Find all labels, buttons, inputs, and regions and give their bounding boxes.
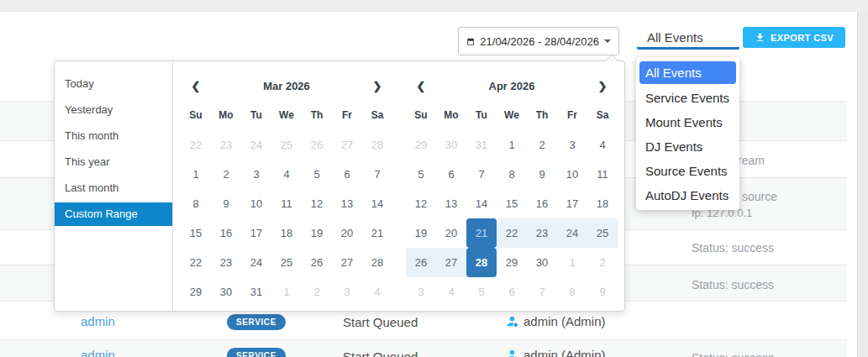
calendar-day[interactable]: 8 <box>497 160 527 189</box>
calendar-day-grid: 2930311234567891011121314151617181920212… <box>406 130 618 307</box>
calendar-day-in-range[interactable]: 25 <box>587 218 618 248</box>
event-type-select-value: All Events <box>647 30 703 45</box>
calendar-day[interactable]: 29 <box>497 248 527 277</box>
menu-item-dj-events[interactable]: DJ Events <box>636 134 739 159</box>
calendar-day[interactable]: 3 <box>241 160 271 189</box>
menu-item-service-events[interactable]: Service Events <box>636 86 739 110</box>
event-type-select[interactable]: All Events <box>637 27 739 50</box>
calendar-day[interactable]: 17 <box>557 189 587 218</box>
calendar-day[interactable]: 29 <box>181 277 211 307</box>
calendar-day[interactable]: 19 <box>302 218 332 248</box>
weekday-label: We <box>271 105 302 125</box>
menu-item-source-events[interactable]: Source Events <box>636 159 739 183</box>
calendar-day-muted: 23 <box>211 130 241 160</box>
calendar-day[interactable]: 5 <box>406 160 436 189</box>
calendar-day-grid: 2223242526272812345678910111213141516171… <box>181 130 392 307</box>
calendar-day[interactable]: 10 <box>557 160 587 189</box>
calendar-day[interactable]: 20 <box>436 218 466 248</box>
calendar-day[interactable]: 19 <box>406 218 436 248</box>
calendar-month-title: Mar 2026 <box>211 75 362 98</box>
calendar-day[interactable]: 24 <box>241 248 271 277</box>
calendar-day-muted: 24 <box>241 130 271 160</box>
calendar-day[interactable]: 23 <box>211 248 241 277</box>
calendar-day[interactable]: 1 <box>497 130 527 160</box>
range-custom-range[interactable]: Custom Range <box>55 202 172 226</box>
calendar-day[interactable]: 16 <box>527 189 557 218</box>
calendar-day[interactable]: 12 <box>406 189 436 218</box>
calendar-day-in-range[interactable]: 24 <box>557 218 587 248</box>
calendar-day[interactable]: 11 <box>271 189 302 218</box>
prev-month-icon[interactable]: ❮ <box>181 75 211 98</box>
weekday-label: Th <box>302 105 332 125</box>
menu-item-autodj-events[interactable]: AutoDJ Events <box>636 183 739 207</box>
prev-month-icon[interactable]: ❮ <box>406 75 436 98</box>
calendar-day-range-start[interactable]: 21 <box>466 218 497 248</box>
calendar-day[interactable]: 9 <box>527 160 557 189</box>
next-month-icon[interactable]: ❯ <box>362 75 392 98</box>
calendar-day[interactable]: 31 <box>241 277 271 307</box>
calendar-icon <box>466 36 475 47</box>
calendar-day[interactable]: 7 <box>362 160 392 189</box>
calendar-day[interactable]: 13 <box>436 189 466 218</box>
station-link[interactable]: admin <box>81 348 115 357</box>
calendar-day[interactable]: 30 <box>527 248 557 277</box>
calendar-day[interactable]: 26 <box>302 248 332 277</box>
calendar-day[interactable]: 1 <box>181 160 211 189</box>
menu-item-mount-events[interactable]: Mount Events <box>636 110 739 134</box>
log-status-text: Status: success <box>692 278 774 291</box>
calendar-day[interactable]: 4 <box>271 160 302 189</box>
range-yesterday[interactable]: Yesterday <box>55 98 172 122</box>
calendar-day[interactable]: 16 <box>211 218 241 248</box>
calendar-day[interactable]: 13 <box>332 189 362 218</box>
calendar-day[interactable]: 22 <box>181 248 211 277</box>
weekday-label: Fr <box>332 105 362 125</box>
range-last-month[interactable]: Last month <box>55 176 172 200</box>
calendar-day-muted: 3 <box>332 277 362 307</box>
date-range-button[interactable]: 21/04/2026 - 28/04/2026 <box>458 27 619 55</box>
calendar-day[interactable]: 4 <box>587 130 618 160</box>
calendar-day[interactable]: 28 <box>362 248 392 277</box>
weekday-label: Fr <box>557 105 587 125</box>
calendar-day[interactable]: 6 <box>332 160 362 189</box>
calendar-day[interactable]: 9 <box>211 189 241 218</box>
calendar-day-in-range[interactable]: 22 <box>497 218 527 248</box>
calendar-day[interactable]: 6 <box>436 160 466 189</box>
calendar-day[interactable]: 15 <box>497 189 527 218</box>
vertical-scrollbar[interactable] <box>857 12 868 357</box>
calendar-day[interactable]: 7 <box>466 160 497 189</box>
calendar-day[interactable]: 17 <box>241 218 271 248</box>
calendar-day-in-range[interactable]: 27 <box>436 248 466 277</box>
calendar-day[interactable]: 2 <box>211 160 241 189</box>
calendar-day-in-range[interactable]: 26 <box>406 248 436 277</box>
range-this-year[interactable]: This year <box>55 150 172 174</box>
station-link[interactable]: admin <box>81 314 115 328</box>
calendar-day[interactable]: 14 <box>362 189 392 218</box>
calendar-day[interactable]: 5 <box>302 160 332 189</box>
calendar-day[interactable]: 12 <box>302 189 332 218</box>
calendar-day[interactable]: 11 <box>587 160 618 189</box>
calendar-day-range-end[interactable]: 28 <box>466 248 497 277</box>
range-today[interactable]: Today <box>55 72 172 96</box>
calendar-day[interactable]: 2 <box>527 130 557 160</box>
menu-item-all-events[interactable]: All Events <box>639 61 736 84</box>
calendar-day[interactable]: 21 <box>362 218 392 248</box>
log-status-text: Status: success <box>692 351 774 357</box>
date-range-value: 21/04/2026 - 28/04/2026 <box>480 35 599 48</box>
calendar-day[interactable]: 18 <box>587 189 618 218</box>
calendar-day[interactable]: 27 <box>332 248 362 277</box>
calendar-day[interactable]: 15 <box>181 218 211 248</box>
calendar-day-in-range[interactable]: 23 <box>527 218 557 248</box>
calendar-day[interactable]: 3 <box>557 130 587 160</box>
calendar-day[interactable]: 14 <box>466 189 497 218</box>
calendar-day[interactable]: 18 <box>271 218 302 248</box>
calendar-day[interactable]: 20 <box>332 218 362 248</box>
calendar-day[interactable]: 8 <box>181 189 211 218</box>
calendar-day[interactable]: 25 <box>271 248 302 277</box>
range-this-month[interactable]: This month <box>55 124 172 148</box>
calendar-day[interactable]: 30 <box>211 277 241 307</box>
export-csv-button[interactable]: EXPORT CSV <box>743 27 845 48</box>
calendar-day-muted: 8 <box>557 277 587 307</box>
next-month-icon[interactable]: ❯ <box>587 75 618 98</box>
calendar-right: ❮ Apr 2026 ❯ SuMoTuWeThFrSa 293031123456… <box>406 61 618 311</box>
calendar-day[interactable]: 10 <box>241 189 271 218</box>
